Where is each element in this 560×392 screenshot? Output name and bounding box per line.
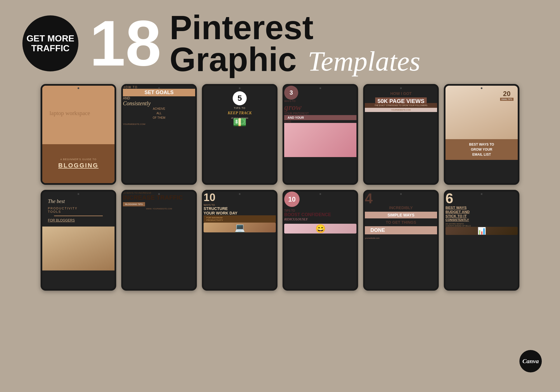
budget-best-ways: BEST WAYS — [445, 206, 518, 210]
grow-ways: WAYS TO — [284, 100, 356, 102]
structure-for-max: FOR MAXIMUMPRODUCTIVITY — [204, 215, 276, 223]
card-track[interactable]: 5 TIPS TO KEEP TRACK of your expenses — [202, 84, 277, 185]
email-badge: 20 EMAIL TIPS — [500, 90, 514, 101]
traffic-blog-badge: BLOGGING TIPS — [123, 202, 145, 206]
productivity-the-best: The best — [48, 199, 109, 204]
confidence-boost: BOOST CONFIDENCE — [284, 212, 356, 217]
confidence-number: 10 — [284, 192, 300, 207]
email-grow: BEST WAYS TOGROW YOUREMAIL LIST — [469, 142, 494, 157]
done-to-get-things: TO GET THINGS — [365, 220, 437, 225]
pageviews-url: YOURWEBSITE.COM — [365, 108, 437, 112]
done-number: 4 — [365, 192, 437, 206]
structure-photo: 💻 — [204, 223, 276, 232]
budget-number: 6 — [445, 192, 518, 206]
email-text-area: BEST WAYS TOGROW YOUREMAIL LIST — [445, 139, 518, 160]
budget-photo: 📊 — [445, 227, 518, 235]
structure-work-day: YOUR WORK DAY — [204, 211, 276, 215]
traffic-circle: GET MORE TRAFFIC — [22, 15, 78, 71]
card-email[interactable]: 20 EMAIL TIPS BEST WAYS TOGROW YOUREMAIL… — [444, 84, 519, 185]
email-number: 20 — [503, 90, 511, 98]
goals-consistently: Consistently — [123, 100, 195, 107]
big-number: 18 — [90, 11, 161, 76]
goals-achieve: ACHEIVEALLOF THEM — [123, 107, 195, 120]
budget-entire-month: AN ENTIRE MONTHA MONTH AHEAD OF BILLS — [445, 223, 518, 227]
card-structure[interactable]: 10 WAYS TO STRUCTURE YOUR WORK DAY FOR M… — [202, 190, 277, 291]
structure-ways: WAYS TO — [204, 204, 276, 206]
goals-website: YOURWEBSITE.COM — [123, 123, 195, 125]
card-increase-traffic[interactable]: 15 WAYS TO INCRESAE INCREASE TRAFFIC BLO… — [121, 190, 197, 291]
track-keep: KEEP TRACK — [228, 111, 251, 115]
canva-text: Canva — [522, 358, 539, 365]
cards-section: WWW.YOURWEBSITE.COM A BEGINNER'S GUIDE T… — [0, 81, 560, 296]
grow-number: 3 — [284, 86, 298, 100]
productivity-divider — [54, 216, 103, 216]
productivity-tools: PRODUCTIVITYTOOLS — [48, 207, 109, 213]
email-photo: 20 EMAIL TIPS — [445, 86, 518, 139]
header: GET MORE TRAFFIC 18 Pinterest Graphic Te… — [0, 0, 560, 81]
title-block: Pinterest Graphic Templates — [170, 11, 420, 75]
blogging-subtitle: A BEGINNER'S GUIDE TO — [60, 158, 96, 161]
budget-consistently: CONSISTENTLY — [445, 218, 518, 221]
title-pinterest: Pinterest — [170, 11, 420, 43]
goals-set-goals: SET GOALS — [123, 89, 195, 96]
card-blogging[interactable]: WWW.YOURWEBSITE.COM A BEGINNER'S GUIDE T… — [41, 84, 116, 185]
circle-text: GET MORE TRAFFIC — [22, 34, 78, 53]
pageviews-strategies: THE EXACT STRATEGIES TO GROW YOUR FOLLOW… — [365, 103, 437, 108]
structure-number: 10 — [204, 192, 276, 204]
structure-structure: STRUCTURE — [204, 206, 276, 211]
blogging-url: WWW.YOURWEBSITE.COM — [64, 139, 93, 141]
confidence-tips-to: TIPS TO — [284, 209, 356, 212]
title-graphic: Graphic — [170, 43, 297, 75]
budget-budget-and: BUDGET AND — [445, 210, 518, 214]
card-budget[interactable]: 6 BEST WAYS BUDGET AND STICK TO IT CONSI… — [444, 190, 519, 291]
title-templates: Templates — [308, 47, 420, 75]
productivity-top: The best PRODUCTIVITYTOOLS FOR BLOGGERS — [42, 192, 115, 227]
grow-photo — [284, 123, 356, 157]
confidence-ridiculously: RIDICULOUSLY — [284, 217, 356, 221]
track-tips: TIPS TO — [234, 107, 246, 109]
card-done[interactable]: 4 INCREDIBLY SIMPLE WAYS TO GET THINGS D… — [363, 190, 439, 291]
done-incredibly: INCREDIBLY — [365, 206, 437, 210]
track-number: 5 — [233, 91, 247, 105]
canva-badge: Canva — [519, 350, 542, 372]
budget-stick-to: STICK TO IT — [445, 214, 518, 218]
done-website: yourwebsite.com — [365, 234, 437, 239]
card-pageviews[interactable]: HOW I GOT 50K PAGE VIEWS THE EXACT STRAT… — [363, 84, 439, 185]
done-done: DONE — [365, 226, 437, 234]
card-grow[interactable]: 3 WAYS TO grow YOUR PINTEREST AND YOUR B… — [283, 84, 358, 185]
card-goals[interactable]: HOW TO SET GOALS AND Consistently ACHEIV… — [121, 84, 197, 185]
blogging-photo: WWW.YOURWEBSITE.COM — [42, 86, 115, 144]
card-confidence[interactable]: 10 TIPS TO BOOST CONFIDENCE RIDICULOUSLY… — [283, 190, 358, 291]
pageviews-how: HOW I GOT — [390, 91, 412, 96]
cards-row-2: The best PRODUCTIVITYTOOLS FOR BLOGGERS … — [17, 190, 543, 291]
blogging-text-area: A BEGINNER'S GUIDE TO BLOGGING — [42, 144, 115, 183]
grow-and-your: AND YOUR — [284, 115, 356, 120]
confidence-photo: 😄 — [284, 224, 356, 234]
goals-how-to: HOW TO — [123, 86, 195, 89]
productivity-photo — [42, 227, 115, 270]
cards-row-1: WWW.YOURWEBSITE.COM A BEGINNER'S GUIDE T… — [17, 84, 543, 185]
email-label: EMAIL TIPS — [500, 98, 514, 101]
blogging-title: BLOGGING — [58, 162, 99, 169]
grow-pinterest: YOUR PINTEREST — [284, 112, 356, 115]
grow-blog: BLOG — [284, 120, 356, 123]
traffic-website: WWW. YOURWEBSITE.COM — [123, 208, 195, 210]
done-simple-ways: SIMPLE WAYS — [365, 212, 437, 218]
goals-and: AND — [123, 96, 195, 100]
grow-grow: grow — [284, 102, 356, 112]
productivity-for-bloggers: FOR BLOGGERS — [48, 218, 109, 222]
card-productivity[interactable]: The best PRODUCTIVITYTOOLS FOR BLOGGERS — [41, 190, 116, 291]
traffic-increase: INCREASE TRAFFIC — [123, 194, 195, 201]
